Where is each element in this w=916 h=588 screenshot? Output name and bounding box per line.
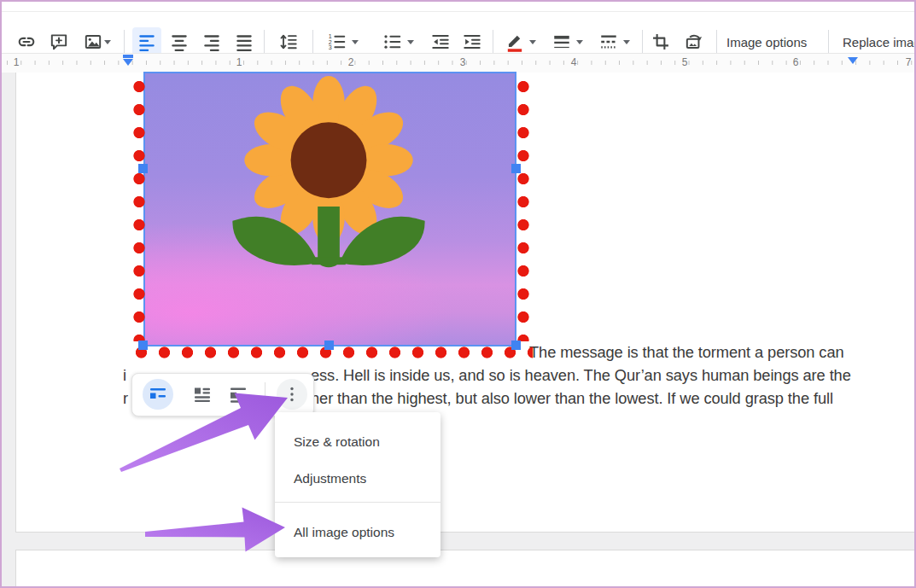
image-options-menu: Size & rotation Adjustments All image op… [275, 412, 440, 557]
ruler-number: 2 [348, 56, 354, 68]
ruler-number: 7 [906, 56, 912, 68]
horizontal-ruler[interactable]: 11234567 [2, 53, 914, 73]
ruler-number: 1 [236, 56, 242, 68]
resize-handle-bottom-left[interactable] [138, 341, 148, 350]
menu-item-all-image-options[interactable]: All image options [275, 518, 440, 547]
left-indent-marker[interactable] [123, 59, 133, 66]
increase-indent-icon[interactable] [462, 32, 482, 52]
insert-link-icon[interactable] [16, 32, 37, 52]
resize-handle-bottom[interactable] [324, 341, 334, 350]
border-color-icon[interactable] [505, 32, 525, 52]
ruler-number: 5 [682, 56, 688, 68]
toolbar-divider [716, 30, 717, 54]
bulleted-list-icon[interactable] [382, 32, 402, 52]
in-line-button[interactable] [143, 379, 173, 410]
break-text-button[interactable] [223, 379, 254, 410]
insert-image-dropdown-caret[interactable] [104, 40, 111, 44]
main-toolbar: 123 [2, 12, 914, 52]
add-comment-icon[interactable] [49, 32, 69, 52]
doc-text-line-2-start: i [123, 366, 126, 385]
bulleted-list-dropdown-caret[interactable] [407, 40, 414, 44]
resize-handle-bottom-right[interactable] [511, 341, 521, 350]
toolbar-divider [493, 30, 493, 54]
replace-image-button[interactable]: Replace image [843, 35, 916, 49]
sunflower-graphic [145, 73, 515, 345]
doc-text-line-3-start: r [123, 389, 128, 408]
border-dash-icon[interactable] [598, 32, 619, 52]
selected-flower-image[interactable] [143, 72, 516, 346]
justify-icon[interactable] [234, 32, 254, 52]
google-docs-window: 123 [0, 0, 916, 588]
toolbar-divider [264, 30, 265, 54]
more-options-button[interactable] [277, 379, 307, 410]
menu-item-adjustments[interactable]: Adjustments [275, 464, 440, 493]
border-weight-icon[interactable] [551, 32, 572, 52]
doc-text-line-3: her than the highest, but also lower tha… [311, 389, 833, 408]
doc-text-line-2: ess. Hell is inside us, and so is heaven… [311, 366, 851, 385]
numbered-list-dropdown-caret[interactable] [352, 40, 359, 44]
align-left-button[interactable] [132, 27, 161, 56]
image-toolbar-divider [265, 382, 265, 407]
document-page-2[interactable] [15, 550, 915, 587]
border-color-dropdown-caret[interactable] [529, 40, 536, 44]
menu-item-size-rotation[interactable]: Size & rotation [275, 428, 440, 457]
align-center-icon[interactable] [169, 32, 190, 52]
border-dash-dropdown-caret[interactable] [623, 40, 630, 44]
ruler-number: 4 [571, 56, 577, 68]
crop-image-icon[interactable] [651, 32, 671, 52]
toolbar-divider [124, 30, 125, 54]
numbered-list-icon[interactable]: 123 [326, 32, 347, 52]
line-spacing-icon[interactable] [278, 32, 299, 52]
resize-handle-left[interactable] [138, 164, 148, 173]
insert-image-icon[interactable] [83, 32, 103, 52]
resize-handle-right[interactable] [511, 164, 521, 173]
align-right-icon[interactable] [201, 32, 222, 52]
selection-dotted-border-left [133, 75, 145, 341]
selection-dotted-border-right [517, 75, 529, 341]
first-line-indent-marker[interactable] [123, 55, 133, 58]
toolbar-divider [312, 30, 313, 54]
toolbar-divider [828, 30, 829, 54]
ruler-number: 1 [14, 56, 20, 68]
wrap-text-button[interactable] [187, 379, 218, 410]
decrease-indent-icon[interactable] [430, 32, 451, 52]
toolbar-divider [642, 30, 643, 54]
doc-text-line-1: The message is that the torment a person… [529, 343, 844, 362]
window-top-strip [2, 2, 914, 12]
ruler-number: 6 [793, 56, 799, 68]
svg-text:3: 3 [329, 44, 332, 51]
border-weight-dropdown-caret[interactable] [576, 40, 583, 44]
image-wrap-toolbar [131, 373, 314, 416]
menu-divider [275, 502, 440, 503]
reset-image-icon[interactable] [684, 32, 704, 52]
image-options-button[interactable]: Image options [726, 35, 807, 49]
ruler-number: 3 [460, 56, 466, 68]
right-indent-marker[interactable] [848, 57, 858, 64]
